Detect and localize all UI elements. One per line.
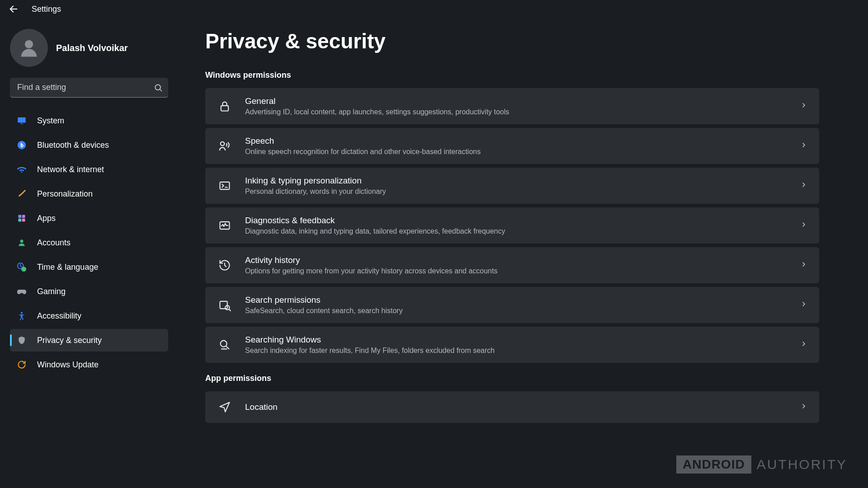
section-header-windows-perms: Windows permissions xyxy=(205,70,819,80)
svg-point-1 xyxy=(25,40,33,48)
card-title: Location xyxy=(245,402,788,412)
speech-icon xyxy=(217,138,232,154)
search-permissions-icon xyxy=(217,297,232,313)
nav-item-label: Bluetooth & devices xyxy=(37,141,109,150)
card-diagnostics[interactable]: Diagnostics & feedback Diagnostic data, … xyxy=(205,207,819,244)
clock-globe-icon xyxy=(16,262,27,272)
card-title: Diagnostics & feedback xyxy=(245,216,788,225)
nav-item-label: Windows Update xyxy=(37,360,99,370)
svg-point-13 xyxy=(21,267,26,272)
apps-icon xyxy=(16,213,27,224)
avatar xyxy=(10,29,48,67)
svg-rect-17 xyxy=(220,182,230,189)
svg-point-11 xyxy=(20,239,24,243)
nav-item-apps[interactable]: Apps xyxy=(10,207,168,230)
search-input[interactable] xyxy=(10,78,168,98)
card-location[interactable]: Location xyxy=(205,391,819,423)
chevron-right-icon xyxy=(800,340,807,349)
nav-item-update[interactable]: Windows Update xyxy=(10,353,168,376)
profile-name: Palash Volvoikar xyxy=(56,43,128,53)
lock-icon xyxy=(217,99,232,114)
chevron-right-icon xyxy=(800,102,807,111)
nav-item-system[interactable]: System xyxy=(10,109,168,132)
svg-rect-5 xyxy=(20,123,23,124)
svg-point-16 xyxy=(221,142,225,146)
gamepad-icon xyxy=(16,286,27,297)
nav-item-label: Gaming xyxy=(37,287,66,296)
wifi-icon xyxy=(16,164,27,175)
main-pane: Privacy & security Windows permissions G… xyxy=(178,18,868,488)
app-permissions-list: Location xyxy=(205,391,819,423)
card-title: Searching Windows xyxy=(245,335,788,345)
chevron-right-icon xyxy=(800,141,807,150)
monitor-icon xyxy=(16,115,27,126)
card-search-permissions[interactable]: Search permissions SafeSearch, cloud con… xyxy=(205,287,819,323)
svg-point-22 xyxy=(221,341,227,347)
svg-rect-15 xyxy=(221,106,228,111)
location-icon xyxy=(217,399,232,415)
nav-item-label: Privacy & security xyxy=(37,336,102,345)
nav-item-label: Accessibility xyxy=(37,311,81,321)
chevron-right-icon xyxy=(800,403,807,412)
search-container xyxy=(10,78,168,98)
diagnostics-icon xyxy=(217,218,232,233)
page-title: Privacy & security xyxy=(205,29,819,53)
svg-rect-8 xyxy=(22,215,25,218)
section-header-app-perms: App permissions xyxy=(205,374,819,383)
bluetooth-icon xyxy=(16,140,27,150)
profile[interactable]: Palash Volvoikar xyxy=(10,23,168,78)
inking-icon xyxy=(217,178,232,193)
card-title: General xyxy=(245,96,788,106)
svg-line-3 xyxy=(160,89,162,91)
card-subtitle: Advertising ID, local content, app launc… xyxy=(245,108,788,116)
card-subtitle: Options for getting more from your activ… xyxy=(245,267,788,275)
nav-item-label: Apps xyxy=(37,214,56,223)
chevron-right-icon xyxy=(800,261,807,270)
nav: System Bluetooth & devices Network & int… xyxy=(10,109,168,376)
search-icon xyxy=(154,83,163,92)
card-subtitle: SafeSearch, cloud content search, search… xyxy=(245,307,788,315)
arrow-left-icon xyxy=(9,4,19,14)
accounts-icon xyxy=(16,237,27,248)
brush-icon xyxy=(16,188,27,199)
card-activity-history[interactable]: Activity history Options for getting mor… xyxy=(205,247,819,283)
searching-windows-icon xyxy=(217,337,232,352)
card-inking[interactable]: Inking & typing personalization Personal… xyxy=(205,168,819,204)
nav-item-accessibility[interactable]: Accessibility xyxy=(10,305,168,327)
chevron-right-icon xyxy=(800,181,807,190)
card-searching-windows[interactable]: Searching Windows Search indexing for fa… xyxy=(205,327,819,363)
nav-item-privacy[interactable]: Privacy & security xyxy=(10,329,168,352)
card-title: Activity history xyxy=(245,255,788,265)
accessibility-icon xyxy=(16,310,27,321)
card-subtitle: Online speech recognition for dictation … xyxy=(245,148,788,156)
svg-rect-10 xyxy=(22,219,25,222)
chevron-right-icon xyxy=(800,221,807,230)
card-subtitle: Personal dictionary, words in your dicti… xyxy=(245,188,788,196)
nav-item-gaming[interactable]: Gaming xyxy=(10,280,168,303)
nav-item-bluetooth[interactable]: Bluetooth & devices xyxy=(10,134,168,156)
history-icon xyxy=(217,258,232,273)
svg-line-21 xyxy=(229,309,231,311)
nav-item-personalization[interactable]: Personalization xyxy=(10,183,168,205)
svg-rect-9 xyxy=(19,219,22,222)
card-general[interactable]: General Advertising ID, local content, a… xyxy=(205,88,819,124)
titlebar: Settings xyxy=(0,0,868,18)
svg-rect-7 xyxy=(19,215,22,218)
nav-item-network[interactable]: Network & internet xyxy=(10,158,168,181)
card-title: Speech xyxy=(245,136,788,146)
nav-item-label: Personalization xyxy=(37,189,93,199)
chevron-right-icon xyxy=(800,300,807,310)
update-icon xyxy=(16,359,27,370)
app-title: Settings xyxy=(32,5,61,14)
nav-item-time[interactable]: Time & language xyxy=(10,256,168,278)
sidebar: Palash Volvoikar System xyxy=(0,18,178,488)
nav-item-accounts[interactable]: Accounts xyxy=(10,231,168,254)
card-speech[interactable]: Speech Online speech recognition for dic… xyxy=(205,128,819,164)
svg-rect-19 xyxy=(220,301,227,309)
back-button[interactable] xyxy=(8,4,19,14)
person-icon xyxy=(17,36,41,60)
nav-item-label: Accounts xyxy=(37,238,71,248)
nav-item-label: Time & language xyxy=(37,263,98,272)
svg-point-14 xyxy=(21,312,23,314)
nav-item-label: Network & internet xyxy=(37,165,104,174)
